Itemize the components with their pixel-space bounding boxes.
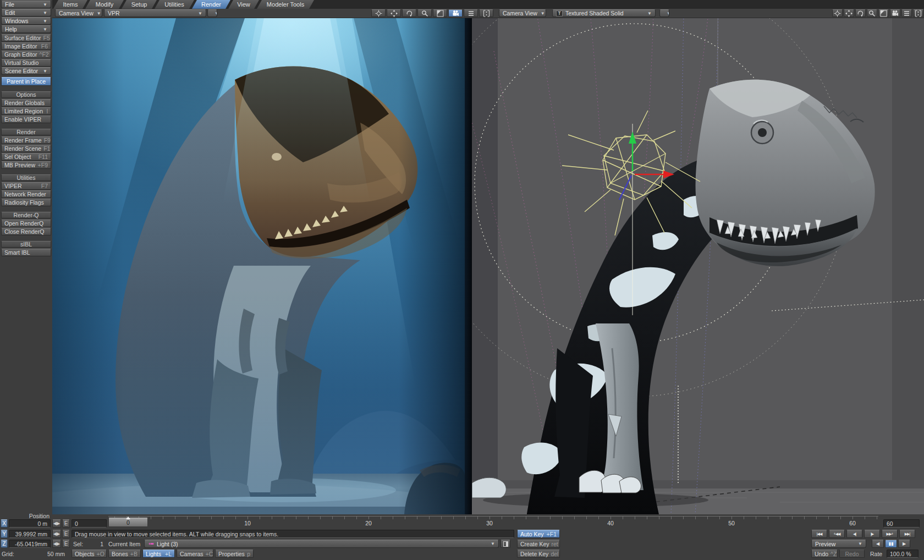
menu-help[interactable]: Help▼ xyxy=(1,25,51,33)
auto-key-button[interactable]: Auto Key+F1 xyxy=(517,530,560,538)
virtual-studio-button[interactable]: Virtual Studio xyxy=(1,59,51,67)
y-stepper[interactable]: ◀▶ xyxy=(52,530,61,538)
go-to-start-button[interactable]: |◀◀ xyxy=(811,530,827,538)
image-editor-button[interactable]: Image EditorF6 xyxy=(1,42,51,50)
tab-utilities[interactable]: Utilities xyxy=(155,0,194,9)
left-extra-dropdown[interactable]: ▼ xyxy=(207,9,217,17)
minmax-viewport-icon[interactable] xyxy=(878,9,889,17)
z-stepper[interactable]: ◀▶ xyxy=(52,540,61,548)
viper-button[interactable]: VIPERF7 xyxy=(1,182,51,190)
render-globals-button[interactable]: Render Globals xyxy=(1,99,51,107)
x-value-field[interactable]: 0 m xyxy=(9,519,51,528)
create-key-button[interactable]: Create Keyret xyxy=(517,540,560,548)
render-scene-button[interactable]: Render SceneF10 xyxy=(1,145,51,152)
current-item-dropdown[interactable]: Light (3) ▼ xyxy=(144,540,499,548)
left-view-type-dropdown[interactable]: Camera View▼ xyxy=(55,9,102,17)
x-stepper[interactable]: ◀▶ xyxy=(52,519,61,528)
zoom-view-icon[interactable] xyxy=(867,9,877,17)
right-extra-dropdown[interactable]: ▼ xyxy=(659,9,669,17)
undo-button[interactable]: Undo^Z xyxy=(811,550,838,558)
scene-editor-button[interactable]: Scene Editor▼ xyxy=(1,67,51,75)
z-envelope-button[interactable]: E xyxy=(62,540,70,548)
item-panel-button[interactable] xyxy=(501,540,510,548)
graph-editor-button[interactable]: Graph Editor^F2 xyxy=(1,51,51,58)
menu-file[interactable]: File▼ xyxy=(1,1,51,8)
center-item-icon[interactable] xyxy=(832,9,843,17)
sel-label: Sel: xyxy=(73,540,83,548)
left-render-mode-dropdown[interactable]: VPR▼ xyxy=(104,9,206,17)
item-list-icon[interactable] xyxy=(464,9,478,17)
redo-button[interactable]: Redo xyxy=(839,550,865,558)
section-title-render: Render xyxy=(1,129,51,135)
z-value-field[interactable]: -65.0419mm xyxy=(9,540,51,548)
camera-view-icon[interactable] xyxy=(890,9,900,17)
edit-cameras-button[interactable]: Cameras+C xyxy=(177,550,213,558)
next-keyframe-button[interactable]: ▶▶+ xyxy=(882,530,898,538)
play-forward-button[interactable]: ▶ xyxy=(898,540,910,548)
center-item-icon[interactable] xyxy=(371,9,386,17)
surface-editor-button[interactable]: Surface EditorF5 xyxy=(1,34,51,42)
limited-region-button[interactable]: Limited Regionl xyxy=(1,107,51,115)
play-reverse-button[interactable]: ◀ xyxy=(872,540,884,548)
y-value-field[interactable]: 39.9992 mm xyxy=(9,530,51,538)
tab-render[interactable]: Render xyxy=(192,0,230,9)
current-frame-field[interactable]: 0 xyxy=(72,519,107,528)
edit-lights-button[interactable]: Lights+L xyxy=(142,550,175,558)
viewport-right-shaded[interactable] xyxy=(472,18,924,514)
render-frame-button[interactable]: Render FrameF9 xyxy=(1,136,51,144)
timeline-slider-handle[interactable]: 0 xyxy=(108,518,148,527)
viewport-divider[interactable] xyxy=(465,18,472,514)
open-renderq-button[interactable]: Open RenderQ xyxy=(1,219,51,227)
prev-keyframe-button[interactable]: +◀◀ xyxy=(829,530,845,538)
pause-button[interactable]: ▮▮ xyxy=(885,540,897,548)
right-render-mode-dropdown[interactable]: TTextured Shaded Solid▼ xyxy=(552,9,656,17)
tab-view[interactable]: View xyxy=(228,0,259,9)
properties-button[interactable]: Propertiesp xyxy=(215,550,254,558)
edit-bones-button[interactable]: Bones+B xyxy=(108,550,141,558)
radiosity-flags-button[interactable]: Radiosity Flags xyxy=(1,199,51,206)
rotate-view-icon[interactable] xyxy=(855,9,866,17)
parent-in-place-button[interactable]: Parent in Place xyxy=(1,77,51,86)
dope-track-icon[interactable] xyxy=(913,9,923,17)
step-back-button[interactable]: ◀| xyxy=(846,530,862,538)
timeline-ruler[interactable]: 0 10 20 30 40 50 60 0 xyxy=(108,516,878,528)
zoom-view-icon[interactable] xyxy=(417,9,432,17)
menu-edit[interactable]: Edit▼ xyxy=(1,9,51,17)
tab-setup[interactable]: Setup xyxy=(122,0,157,9)
right-view-type-dropdown[interactable]: Camera View▼ xyxy=(499,9,546,17)
tab-items[interactable]: Items xyxy=(53,0,87,9)
chevron-down-icon: ▼ xyxy=(644,11,652,16)
edit-objects-button[interactable]: Objects+O xyxy=(72,550,107,558)
camera-view-icon[interactable] xyxy=(448,9,463,17)
dope-track-icon[interactable] xyxy=(479,9,493,17)
minmax-viewport-icon[interactable] xyxy=(433,9,447,17)
close-renderq-button[interactable]: Close RenderQ xyxy=(1,228,51,235)
current-item-label: Current Item xyxy=(108,540,140,548)
tab-modify[interactable]: Modify xyxy=(85,0,124,9)
x-envelope-button[interactable]: E xyxy=(62,519,70,528)
item-list-icon[interactable] xyxy=(901,9,912,17)
pan-view-icon[interactable] xyxy=(387,9,401,17)
viewport-left-vpr[interactable] xyxy=(52,18,465,514)
network-render-button[interactable]: Network Render xyxy=(1,190,51,198)
enable-viper-button[interactable]: Enable VIPER xyxy=(1,116,51,123)
mb-preview-button[interactable]: MB Preview+F9 xyxy=(1,161,51,169)
end-frame-field[interactable]: 60 xyxy=(883,519,920,528)
z-axis-button[interactable]: Z xyxy=(1,540,8,548)
smart-ibl-button[interactable]: Smart IBL xyxy=(1,249,51,256)
rotate-view-icon[interactable] xyxy=(402,9,416,17)
y-axis-button[interactable]: Y xyxy=(1,530,8,538)
chevron-down-icon: ▼ xyxy=(487,541,495,546)
sel-object-button[interactable]: Sel ObjectF11 xyxy=(1,153,51,161)
step-forward-button[interactable]: |▶ xyxy=(864,530,880,538)
menu-windows[interactable]: Windows▼ xyxy=(1,17,51,25)
y-envelope-button[interactable]: E xyxy=(62,530,70,538)
rate-value-field[interactable]: 100.0 % xyxy=(887,550,919,558)
x-axis-button[interactable]: X xyxy=(1,519,8,528)
pan-view-icon[interactable] xyxy=(844,9,854,17)
tab-modeler-tools[interactable]: Modeler Tools xyxy=(257,0,314,9)
chevron-down-icon: ▼ xyxy=(40,10,47,15)
preview-dropdown[interactable]: Preview▼ xyxy=(811,540,866,548)
go-to-end-button[interactable]: ▶▶| xyxy=(899,530,915,538)
delete-key-button[interactable]: Delete Keydel xyxy=(517,550,560,558)
